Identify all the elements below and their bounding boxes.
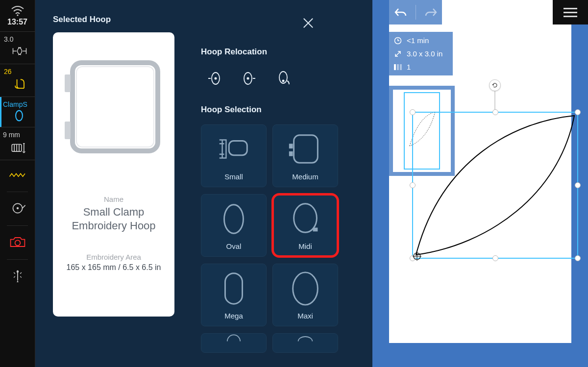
clock-icon — [394, 37, 402, 45]
svg-point-0 — [17, 14, 18, 16]
svg-rect-31 — [225, 273, 242, 304]
relocation-center[interactable] — [205, 69, 224, 88]
foot-icon — [11, 77, 28, 92]
selection-box[interactable] — [412, 112, 578, 259]
handle-bm[interactable] — [492, 255, 498, 261]
hoop-tile-maxi[interactable]: Maxi — [272, 264, 338, 326]
svg-point-20 — [247, 77, 249, 80]
handle-tl[interactable] — [410, 109, 416, 115]
thickness-value: 9 mm — [3, 131, 20, 139]
status-tension[interactable]: 3.0 — [0, 32, 35, 64]
svg-rect-26 — [289, 144, 293, 148]
history-bar — [389, 0, 442, 24]
svg-point-1 — [16, 111, 23, 121]
handle-tr[interactable] — [575, 109, 581, 115]
svg-rect-12 — [73, 63, 158, 151]
handle-ml[interactable] — [410, 182, 416, 188]
undo-button[interactable] — [393, 7, 407, 18]
status-foot[interactable]: 26 — [0, 64, 35, 97]
rotate-connector — [494, 91, 495, 111]
menu-button[interactable] — [553, 0, 588, 24]
wifi-icon — [10, 4, 25, 17]
hoop-icon — [11, 109, 27, 122]
redo-button[interactable] — [424, 7, 438, 18]
selected-hoop-title: Selected Hoop — [53, 15, 183, 24]
hoop-grid: Small Medium Oval Midi Mega Maxi — [201, 124, 361, 353]
selection-title: Hoop Selection — [201, 105, 361, 115]
svg-point-9 — [15, 240, 20, 245]
relocation-row — [201, 69, 361, 88]
name-value: Small Clamp Embroidery Hoop — [61, 205, 167, 232]
hoop-options-column: Hoop Relocation Hoop Selection Small Med… — [195, 0, 372, 367]
tension-icon — [11, 44, 28, 59]
hoop-tile-extra-2[interactable] — [272, 333, 338, 353]
hoop-tile-label: Medium — [292, 172, 318, 181]
svg-rect-24 — [229, 141, 247, 155]
origin-marker — [413, 252, 421, 261]
hoop-panel: Selected Hoop Name Small Clamp Embroider… — [35, 0, 372, 367]
plate-icon — [10, 140, 28, 155]
hoop-tile-label: Midi — [298, 242, 312, 250]
svg-rect-27 — [289, 151, 293, 156]
svg-point-28 — [224, 205, 244, 234]
status-plate[interactable]: 9 mm — [0, 127, 35, 160]
active-indicator — [0, 97, 1, 127]
hoop-tile-label: Mega — [224, 312, 243, 320]
hoop-tile-extra-1[interactable] — [201, 333, 267, 353]
selected-hoop-column: Selected Hoop Name Small Clamp Embroider… — [35, 0, 195, 367]
hoop-tile-midi[interactable]: Midi — [272, 194, 338, 257]
palette-icon — [394, 64, 402, 70]
hoop-tile-medium[interactable]: Medium — [272, 124, 338, 187]
divider — [416, 5, 416, 20]
design-editor: <1 min 3.0 x 3.0 in 1 — [372, 0, 588, 367]
area-label: Embroidery Area — [61, 253, 167, 261]
handle-br[interactable] — [575, 255, 581, 261]
hoop-tile-label: Oval — [226, 242, 242, 250]
close-button[interactable] — [301, 16, 316, 30]
bobbin-icon — [10, 202, 25, 215]
hoop-tile-mega[interactable]: Mega — [201, 264, 267, 326]
area-value: 165 x 165 mm / 6.5 x 6.5 in — [61, 263, 167, 272]
needle-icon — [10, 269, 25, 282]
status-sidebar: 13:57 3.0 26 ClampS 9 mm — [0, 0, 35, 367]
svg-rect-25 — [294, 135, 318, 163]
svg-point-17 — [215, 77, 217, 80]
design-info: <1 min 3.0 x 3.0 in 1 — [389, 32, 453, 75]
stitch-count: 26 — [4, 68, 12, 75]
rotate-handle[interactable] — [489, 79, 501, 91]
tool-needle[interactable] — [0, 260, 35, 293]
clock-text: 13:57 — [7, 18, 27, 26]
svg-rect-13 — [76, 67, 154, 147]
name-label: Name — [61, 195, 167, 203]
relocation-title: Hoop Relocation — [201, 47, 361, 57]
status-wifi-clock: 13:57 — [0, 0, 35, 32]
tool-camera[interactable] — [0, 226, 35, 259]
hoop-tile-small[interactable]: Small — [201, 124, 267, 187]
handle-mr[interactable] — [575, 182, 581, 188]
svg-rect-15 — [65, 122, 71, 139]
svg-point-7 — [16, 207, 18, 209]
hoop-code: ClampS — [3, 101, 27, 108]
status-stitchtype[interactable] — [0, 160, 35, 192]
svg-point-23 — [282, 80, 285, 82]
handle-tm[interactable] — [492, 109, 498, 115]
svg-rect-30 — [313, 228, 318, 232]
selected-hoop-image — [64, 56, 164, 156]
camera-icon — [9, 235, 26, 249]
tool-bobbin[interactable] — [0, 192, 35, 225]
relocation-left[interactable] — [239, 69, 259, 88]
color-count: 1 — [407, 63, 411, 71]
hoop-tile-label: Small — [224, 172, 243, 181]
hoop-tile-oval[interactable]: Oval — [201, 194, 267, 257]
size-text: 3.0 x 3.0 in — [407, 49, 442, 58]
selected-hoop-card: Name Small Clamp Embroidery Hoop Embroid… — [53, 32, 174, 317]
tension-value: 3.0 — [4, 36, 13, 43]
size-icon — [394, 50, 402, 58]
hoop-tile-label: Maxi — [297, 312, 313, 320]
zigzag-icon — [9, 168, 26, 183]
status-hoop[interactable]: ClampS — [0, 97, 35, 127]
svg-rect-14 — [65, 74, 71, 92]
relocation-bottom[interactable] — [273, 69, 293, 88]
time-estimate: <1 min — [407, 36, 429, 45]
svg-line-8 — [22, 205, 25, 208]
